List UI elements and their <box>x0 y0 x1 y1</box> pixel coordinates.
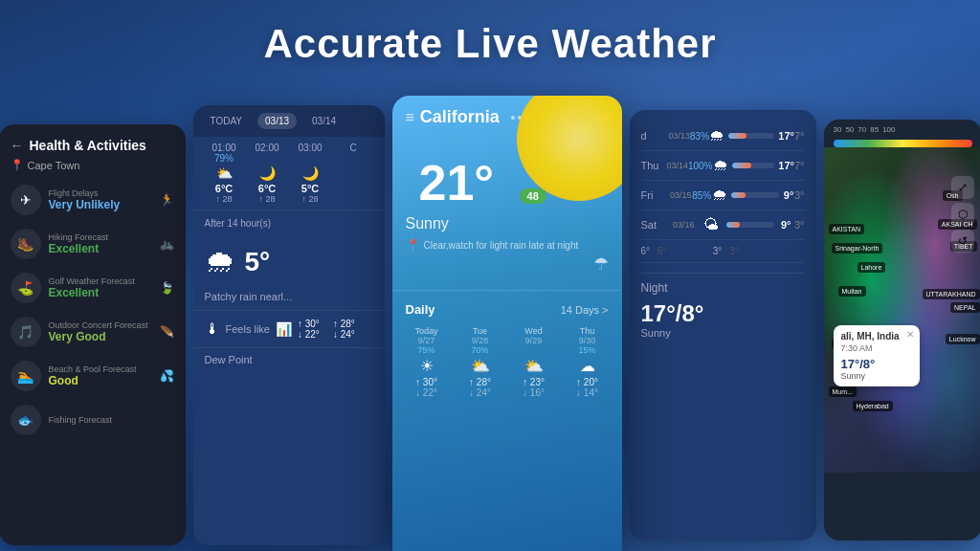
daily-label: Daily <box>406 302 435 317</box>
feels-lo2: ↓ 24° <box>333 329 355 340</box>
menu-icon[interactable]: ≡ <box>406 109 414 126</box>
map-layers-btn[interactable]: ⬡ <box>951 203 974 226</box>
extra-hi2: 3° <box>713 246 723 256</box>
weekly-row-3: Sat 03/16 🌤 9° 3° <box>641 210 805 240</box>
back-arrow-icon[interactable]: ← <box>11 138 24 153</box>
ca-day-today: Today 9/27 75% ☀ ↑ 30° ↓ 22° <box>400 322 454 402</box>
california-city: California <box>420 107 500 127</box>
hour1-pct: 79% <box>203 153 246 164</box>
tab-0314[interactable]: 03/14 <box>304 113 344 129</box>
bike-icon: 🚲 <box>160 237 174 251</box>
big-temp-value: 5° <box>245 247 271 277</box>
day-tue-label: Tue <box>456 326 505 336</box>
extra-hi1: 6° <box>641 246 651 256</box>
map-label-85: 85 <box>870 125 879 134</box>
map-zoom-btn[interactable]: ⤢ <box>951 176 974 199</box>
golf-icon: ⛳ <box>11 273 41 303</box>
day-wed-pct <box>509 345 559 355</box>
bar-icon: 📊 <box>276 321 292 337</box>
night-section: Night 17°/8° Sunny <box>641 273 805 346</box>
day-tue-pct: 70% <box>456 345 505 355</box>
feather-icon: 🪶 <box>160 325 174 339</box>
beach-text: Beach & Pool Forecast Good <box>49 364 137 387</box>
activity-beach: 🏊 Beach & Pool Forecast Good 💦 <box>11 361 174 391</box>
day-today-icon: ☀ <box>402 357 452 375</box>
map-label-100: 100 <box>882 125 895 134</box>
days-link[interactable]: 14 Days > <box>561 304 609 316</box>
fishing-text: Fishing Forecast <box>49 415 113 425</box>
hour2-icon: 🌙 <box>246 165 289 181</box>
map-label-70: 70 <box>858 125 866 134</box>
hour3-temp: 5°C <box>289 183 332 194</box>
activity-golf: ⛳ Golf Weather Forecast Excellent 🍃 <box>11 273 174 303</box>
whi-2: 9° <box>784 189 794 201</box>
night-big-temp: 17°/8° <box>641 300 805 327</box>
map-refresh-btn[interactable]: ↺ <box>951 230 974 253</box>
wicon-3: 🌤 <box>703 216 719 233</box>
patchy-desc: Patchy rain nearl... <box>193 287 385 310</box>
umbrella-icon: ☂ <box>593 253 609 275</box>
wbar-fill-3 <box>726 222 740 228</box>
map-city-mumbai: Mum... <box>829 386 857 397</box>
wicon-2: 🌧 <box>712 187 727 204</box>
tab-0313[interactable]: 03/13 <box>257 113 297 129</box>
weekly-card: d 03/13 83% 🌧 17° 7° Thu 03/14 100% 🌧 17… <box>630 110 816 540</box>
day-thu-icon: ☁ <box>563 357 612 375</box>
beach-icon: 🏊 <box>11 361 41 391</box>
day-wed-hi: ↑ 23° <box>509 377 559 387</box>
day-thu-date: 9/30 <box>563 336 612 345</box>
golf-label: Golf Weather Forecast <box>49 276 135 286</box>
ca-days: Today 9/27 75% ☀ ↑ 30° ↓ 22° Tue 9/28 70… <box>392 322 622 402</box>
map-label-50: 50 <box>845 125 854 134</box>
wicon-1: 🌧 <box>713 157 728 174</box>
wbar-0 <box>728 133 774 139</box>
wday-1: Thu <box>641 160 667 171</box>
wpct-1: 100% <box>688 161 713 171</box>
whi-0: 17° <box>778 130 794 142</box>
wlo-3: 3° <box>794 219 805 231</box>
wlo-1: 7° <box>794 160 805 171</box>
wday-3: Sat <box>641 219 670 231</box>
map-city-akistan: AKISTAN <box>829 224 864 234</box>
whi-3: 9° <box>781 219 791 231</box>
day-thu-pct: 15% <box>563 345 612 355</box>
wbar-2 <box>731 192 779 198</box>
rain-cloud-icon: 🌧 <box>205 244 235 279</box>
day-tue-hi: ↑ 28° <box>456 377 505 387</box>
weekly-row-0: d 03/13 83% 🌧 17° 7° <box>641 121 805 151</box>
hour3-wind: ↑ 28 <box>289 194 332 204</box>
feels-row: 🌡 Feels like 📊 ↑ 30° ↓ 22° ↑ 28° ↓ 24° <box>193 310 385 347</box>
extra-lo1: 6° <box>657 246 667 256</box>
ca-daily-header: Daily 14 Days > <box>392 290 622 322</box>
feels-hi2: ↑ 28° <box>333 319 355 329</box>
wdate-3: 03/16 <box>673 220 695 230</box>
wlo-0: 7° <box>794 130 805 142</box>
popup-condition: Sunny <box>841 371 912 381</box>
dot-1 <box>511 116 515 120</box>
concert-icon: 🎵 <box>11 317 41 347</box>
california-card: ≡ California ⊙ 21° 48 Sunny 📍 Clear,watc… <box>392 96 622 551</box>
map-city-multan: Multan <box>838 286 866 297</box>
feels-temps2: ↑ 28° ↓ 24° <box>333 319 355 340</box>
flight-text: Flight Delays Very Unlikely <box>49 188 121 211</box>
hour-1: 01:00 79% ⛅ 6°C ↑ 28 <box>203 143 246 204</box>
wday-0: d <box>641 130 669 142</box>
popup-close-btn[interactable]: ✕ <box>906 329 914 340</box>
hiking-label: Hiking Forecast <box>49 232 109 242</box>
wpct-3 <box>698 220 701 231</box>
concert-text: Outdoor Concert Forecast Very Good <box>49 320 148 343</box>
golf-text: Golf Weather Forecast Excellent <box>49 276 135 299</box>
hour-3: 03:00 🌙 5°C ↑ 28 <box>289 143 332 204</box>
hour1-wind: ↑ 28 <box>203 194 246 204</box>
popup-title: ali, MH, India <box>841 331 912 342</box>
hiking-text: Hiking Forecast Excellent <box>49 232 109 255</box>
night-label: Night <box>641 281 805 295</box>
hour3-time: 03:00 <box>289 143 332 153</box>
hourly-times-row: 01:00 79% ⛅ 6°C ↑ 28 02:00 🌙 6°C ↑ 28 03… <box>193 137 385 210</box>
activity-flight: ✈ Flight Delays Very Unlikely 🏃 <box>11 185 174 215</box>
hiking-icon: 🥾 <box>11 229 41 259</box>
tab-today[interactable]: TODAY <box>203 113 251 129</box>
day-wed-label: Wed <box>509 326 559 336</box>
map-city-nepal: NEPAL <box>950 302 979 313</box>
hiking-value: Excellent <box>49 242 109 255</box>
